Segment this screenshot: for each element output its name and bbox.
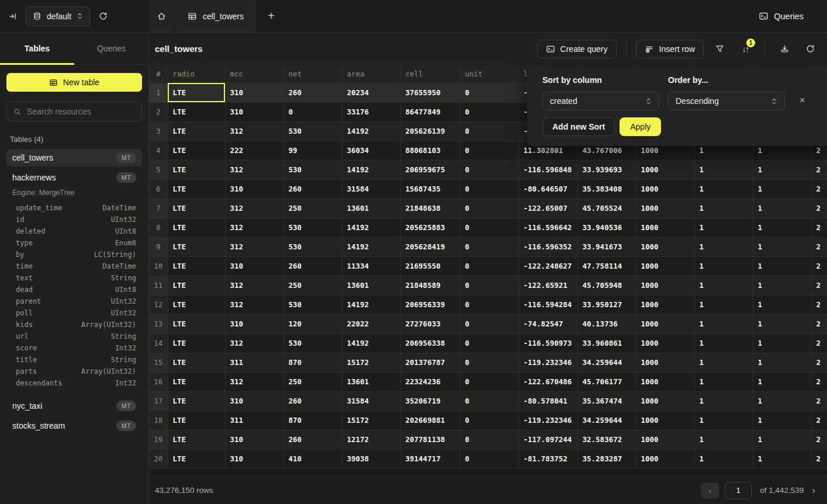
table-cell[interactable]: 1 xyxy=(753,256,811,276)
column-header[interactable]: unit xyxy=(460,65,518,83)
table-cell[interactable]: 39144717 xyxy=(400,449,460,468)
filter-button[interactable] xyxy=(710,40,729,58)
table-cell[interactable]: 1000 xyxy=(636,333,694,353)
table-cell[interactable]: -119.232346 xyxy=(518,353,577,372)
table-cell[interactable]: 312 xyxy=(225,372,283,391)
table-cell[interactable]: LTE xyxy=(168,102,225,121)
table-cell[interactable]: LTE xyxy=(168,141,225,160)
table-cell[interactable]: -116.594284 xyxy=(518,295,577,314)
table-cell[interactable]: 260 xyxy=(283,391,342,411)
table-cell[interactable]: 530 xyxy=(283,295,342,314)
table-cell[interactable]: 1 xyxy=(753,314,811,333)
table-cell[interactable]: 870 xyxy=(283,353,342,372)
table-cell[interactable]: 312 xyxy=(225,160,283,179)
table-cell[interactable]: 0 xyxy=(460,237,518,256)
table-cell[interactable]: LTE xyxy=(168,353,225,372)
table-cell[interactable]: LTE xyxy=(168,83,225,102)
sidebar-tab-tables[interactable]: Tables xyxy=(0,33,74,64)
add-new-sort-button[interactable]: Add new Sort xyxy=(542,117,615,136)
sidebar-item-nyc-taxi[interactable]: nyc_taxi MT xyxy=(6,397,142,415)
table-cell[interactable]: 205628419 xyxy=(400,237,460,256)
table-cell[interactable]: 0 xyxy=(460,391,518,411)
table-cell[interactable]: LTE xyxy=(168,218,225,237)
table-cell[interactable]: LTE xyxy=(168,179,225,199)
table-cell[interactable]: 47.758114 xyxy=(577,256,636,276)
table-cell[interactable]: 33.950127 xyxy=(577,295,636,314)
table-cell[interactable]: 13601 xyxy=(342,276,400,295)
table-cell[interactable]: 0 xyxy=(460,199,518,218)
table-cell[interactable]: 1000 xyxy=(636,256,694,276)
table-cell[interactable]: 0 xyxy=(460,314,518,333)
table-cell[interactable]: 33.939693 xyxy=(577,160,636,179)
table-cell[interactable]: 1000 xyxy=(636,411,694,430)
remove-sort-button[interactable]: × xyxy=(794,95,811,106)
table-cell[interactable]: -122.248627 xyxy=(518,256,577,276)
table-cell[interactable]: 0 xyxy=(460,449,518,468)
column-header[interactable]: net xyxy=(283,65,342,83)
table-cell[interactable]: -119.232346 xyxy=(518,411,577,430)
table-cell[interactable]: 1 xyxy=(753,430,811,449)
table-cell[interactable]: 2 xyxy=(811,179,827,199)
table-cell[interactable]: 312 xyxy=(225,237,283,256)
table-cell[interactable]: 1000 xyxy=(636,237,694,256)
table-cell[interactable]: 40.13736 xyxy=(577,314,636,333)
table-cell[interactable]: LTE xyxy=(168,199,225,218)
table-cell[interactable]: 206956339 xyxy=(400,295,460,314)
table-cell[interactable]: 260 xyxy=(283,430,342,449)
table-cell[interactable]: LTE xyxy=(168,391,225,411)
table-cell[interactable]: 1 xyxy=(694,449,753,468)
table-cell[interactable]: 206959675 xyxy=(400,160,460,179)
table-cell[interactable]: 45.706177 xyxy=(577,372,636,391)
table-cell[interactable]: 1 xyxy=(694,256,753,276)
table-cell[interactable]: -80.646507 xyxy=(518,179,577,199)
table-cell[interactable]: 1 xyxy=(753,237,811,256)
table-cell[interactable]: -117.097244 xyxy=(518,430,577,449)
table-cell[interactable]: 0 xyxy=(460,333,518,353)
table-cell[interactable]: 12172 xyxy=(342,430,400,449)
table-cell[interactable]: 260 xyxy=(283,179,342,199)
table-cell[interactable]: 35.283287 xyxy=(577,449,636,468)
new-table-button[interactable]: New table xyxy=(6,73,142,92)
table-cell[interactable]: 0 xyxy=(460,430,518,449)
table-cell[interactable]: 1 xyxy=(694,314,753,333)
table-cell[interactable]: -116.590973 xyxy=(518,333,577,353)
table-cell[interactable]: 33.940536 xyxy=(577,218,636,237)
table-cell[interactable]: 1 xyxy=(694,411,753,430)
table-cell[interactable]: 260 xyxy=(283,256,342,276)
table-cell[interactable]: 312 xyxy=(225,121,283,141)
table-cell[interactable]: 45.705948 xyxy=(577,276,636,295)
table-cell[interactable]: 312 xyxy=(225,218,283,237)
table-cell[interactable]: 35.367474 xyxy=(577,391,636,411)
table-cell[interactable]: 1 xyxy=(694,391,753,411)
table-cell[interactable]: 312 xyxy=(225,295,283,314)
table-cell[interactable]: 530 xyxy=(283,121,342,141)
table-cell[interactable]: 0 xyxy=(460,256,518,276)
table-cell[interactable]: 312 xyxy=(225,199,283,218)
table-cell[interactable]: 1 xyxy=(694,353,753,372)
table-cell[interactable]: 22324236 xyxy=(400,372,460,391)
table-cell[interactable]: 312 xyxy=(225,333,283,353)
table-cell[interactable]: 1000 xyxy=(636,391,694,411)
queries-button[interactable]: Queries xyxy=(759,11,804,21)
table-cell[interactable]: 2 xyxy=(811,199,827,218)
column-header[interactable]: mcc xyxy=(225,65,283,83)
table-cell[interactable]: 2 xyxy=(811,449,827,468)
page-input[interactable] xyxy=(725,482,752,499)
table-cell[interactable]: 31584 xyxy=(342,179,400,199)
table-cell[interactable]: 35206719 xyxy=(400,391,460,411)
table-cell[interactable]: 37655950 xyxy=(400,83,460,102)
refresh-connection-button[interactable] xyxy=(98,11,108,21)
table-cell[interactable]: 410 xyxy=(283,449,342,468)
table-cell[interactable]: -122.670486 xyxy=(518,372,577,391)
table-cell[interactable]: 21848589 xyxy=(400,276,460,295)
table-cell[interactable]: 15172 xyxy=(342,411,400,430)
tab-cell-towers[interactable]: cell_towers xyxy=(175,0,257,32)
table-cell[interactable]: 310 xyxy=(225,102,283,121)
table-cell[interactable]: 15687435 xyxy=(400,179,460,199)
table-cell[interactable]: 1000 xyxy=(636,372,694,391)
table-cell[interactable]: 36034 xyxy=(342,141,400,160)
table-cell[interactable]: 530 xyxy=(283,160,342,179)
table-cell[interactable]: 14192 xyxy=(342,121,400,141)
previous-page-button[interactable]: ‹ xyxy=(701,482,719,499)
table-cell[interactable]: 1 xyxy=(694,237,753,256)
